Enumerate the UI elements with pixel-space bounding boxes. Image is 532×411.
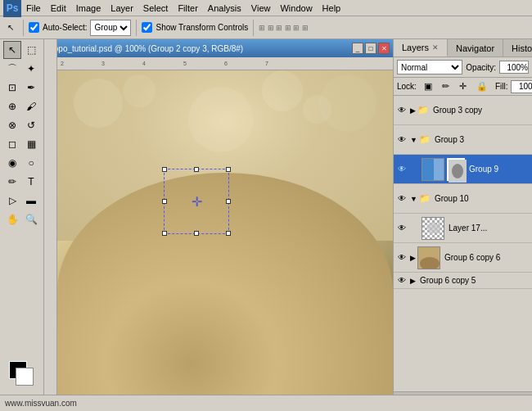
status-text: www.missvuan.com	[5, 399, 77, 408]
canvas-minimize-btn[interactable]: _	[352, 43, 363, 54]
layer-item-group6copy5[interactable]: 👁 ▶ Group 6 copy 5	[394, 273, 532, 289]
menu-view[interactable]: View	[246, 2, 276, 14]
type-tool[interactable]: T	[22, 173, 40, 191]
layer-name-layer17: Layer 17...	[449, 224, 528, 233]
tab-layers-close[interactable]: ✕	[432, 43, 439, 52]
toolbar-separator-3	[253, 20, 254, 36]
autoselect-group-select[interactable]: Group	[90, 20, 131, 36]
path-selection-tool[interactable]: ▷	[3, 192, 21, 210]
layer-collapse-group10[interactable]: ▼	[410, 195, 417, 203]
layer-item-group3[interactable]: 👁 ▼ 📁 Group 3	[394, 125, 532, 155]
lock-transparency-btn[interactable]: ▣	[422, 79, 435, 93]
layer-visibility-layer17[interactable]: 👁	[395, 222, 408, 235]
canvas-content[interactable]: ✛	[57, 70, 393, 411]
layer-visibility-group3copy[interactable]: 👁	[395, 104, 408, 117]
tab-histogram[interactable]: Histogram	[503, 39, 532, 56]
layer-visibility-group9[interactable]: 👁	[395, 163, 408, 176]
ruler-horizontal: 2 3 4 5 6 7	[44, 57, 393, 70]
lasso-tool[interactable]: ⌒	[3, 60, 21, 78]
hippo-canvas[interactable]: ✛	[57, 70, 393, 411]
hippo-body	[57, 173, 393, 411]
layer-visibility-group3[interactable]: 👁	[395, 133, 408, 147]
brush-tool[interactable]: 🖌	[22, 97, 40, 115]
tab-navigator[interactable]: Navigator	[448, 39, 503, 56]
layer-visibility-group10[interactable]: 👁	[395, 192, 408, 206]
lock-all-btn[interactable]: 🔒	[474, 79, 490, 93]
menu-layer[interactable]: Layer	[106, 2, 138, 14]
canvas-titlebar: hippo_tutorial.psd @ 100% (Group 2 copy …	[44, 39, 393, 57]
layer-item-group6copy6[interactable]: 👁 ▶ Group 6 copy 6	[394, 243, 532, 273]
status-bar: www.missvuan.com	[0, 395, 532, 411]
menu-filter[interactable]: Filter	[173, 2, 202, 14]
move-tool[interactable]: ↖	[3, 41, 21, 59]
tool-row-4: ⊕ 🖌	[3, 97, 40, 115]
tool-row-3: ⊡ ✒	[3, 79, 40, 97]
shape-tool[interactable]: ▬	[22, 192, 40, 210]
marquee-tool[interactable]: ⬚	[22, 41, 40, 59]
canvas-title: hippo_tutorial.psd @ 100% (Group 2 copy …	[47, 44, 243, 53]
menu-file[interactable]: File	[21, 2, 46, 14]
crop-tool[interactable]: ⊡	[3, 79, 21, 97]
color-swatches	[6, 358, 38, 391]
canvas-maximize-btn[interactable]: □	[365, 43, 376, 54]
layer-thumb-group9	[422, 158, 444, 181]
layer-item-group9[interactable]: 👁 Group 9	[394, 155, 532, 184]
layer-collapse-group3copy[interactable]: ▶	[410, 106, 416, 115]
layer-item-group3copy[interactable]: 👁 ▶ 📁 Group 3 copy	[394, 96, 532, 125]
blend-opacity-controls: Normal Opacity: 100%	[394, 57, 532, 78]
layer-item-group10[interactable]: 👁 ▼ 📁 Group 10	[394, 184, 532, 214]
autoselect-checkbox[interactable]	[29, 22, 39, 33]
layers-panel: Layers ✕ Navigator Histogram Normal Opac…	[393, 39, 532, 411]
layer-info-group9: Group 9	[467, 165, 530, 174]
menu-window[interactable]: Window	[275, 2, 317, 14]
zoom-tool[interactable]: 🔍	[22, 210, 40, 228]
blur-tool[interactable]: ◉	[3, 154, 21, 172]
opacity-input[interactable]: 100%	[499, 61, 529, 74]
menu-select[interactable]: Select	[138, 2, 174, 14]
move-tool-btn[interactable]: ↖	[3, 20, 18, 34]
lock-fill-row: Lock: ▣ ✏ ✛ 🔒 Fill: 100%	[394, 78, 532, 96]
gradient-tool[interactable]: ▦	[22, 135, 40, 153]
menu-help[interactable]: Help	[318, 2, 346, 14]
canvas-close-btn[interactable]: ✕	[378, 43, 390, 54]
layer-info-group3: Group 3	[432, 135, 530, 144]
layer-item-layer17[interactable]: 👁 Layer 17...	[394, 214, 532, 243]
tool-row-7: ◉ ○	[3, 154, 40, 172]
layer-collapse-group6copy5[interactable]: ▶	[410, 277, 416, 285]
layer-name-group10: Group 10	[435, 194, 528, 203]
menu-image[interactable]: Image	[71, 2, 106, 14]
opacity-label: Opacity:	[466, 63, 496, 72]
lock-paint-btn[interactable]: ✏	[440, 79, 452, 93]
layer-visibility-group6copy5[interactable]: 👁	[395, 274, 408, 287]
fill-row: Fill: 100%	[495, 80, 532, 93]
tool-row-6: ◻ ▦	[3, 135, 40, 153]
lock-label: Lock:	[397, 82, 417, 91]
menu-analysis[interactable]: Analysis	[203, 2, 246, 14]
layer-visibility-group6copy6[interactable]: 👁	[395, 251, 408, 264]
fill-label: Fill:	[495, 82, 508, 91]
history-brush-tool[interactable]: ↺	[22, 116, 40, 134]
magic-wand-tool[interactable]: ✦	[22, 60, 40, 78]
menu-edit[interactable]: Edit	[46, 2, 71, 14]
layer-collapse-group6copy6[interactable]: ▶	[410, 254, 416, 262]
show-transform-checkbox[interactable]	[142, 22, 152, 33]
layer-name-group3: Group 3	[435, 135, 528, 144]
opacity-row: Opacity: 100%	[466, 61, 529, 74]
main-layout: ↖ ⬚ ⌒ ✦ ⊡ ✒ ⊕ 🖌 ⊗ ↺ ◻ ▦ ◉ ○ ✏ T	[0, 39, 532, 411]
tab-layers[interactable]: Layers ✕	[394, 39, 448, 56]
eyedropper-tool[interactable]: ✒	[22, 79, 40, 97]
dodge-tool[interactable]: ○	[22, 154, 40, 172]
layer-collapse-group3[interactable]: ▼	[410, 136, 417, 144]
eraser-tool[interactable]: ◻	[3, 135, 21, 153]
fill-input[interactable]: 100%	[511, 80, 532, 93]
lock-position-btn[interactable]: ✛	[457, 79, 469, 93]
pen-tool[interactable]: ✏	[3, 173, 21, 191]
hand-tool[interactable]: ✋	[3, 210, 21, 228]
spot-heal-tool[interactable]: ⊕	[3, 97, 21, 115]
background-color[interactable]	[16, 368, 34, 386]
blend-mode-select[interactable]: Normal	[397, 60, 462, 75]
clone-stamp-tool[interactable]: ⊗	[3, 116, 21, 134]
tool-row-5: ⊗ ↺	[3, 116, 40, 134]
layer-name-group6copy5: Group 6 copy 5	[420, 276, 528, 285]
options-toolbar: ↖ Auto-Select: Group Show Transform Cont…	[0, 16, 532, 39]
